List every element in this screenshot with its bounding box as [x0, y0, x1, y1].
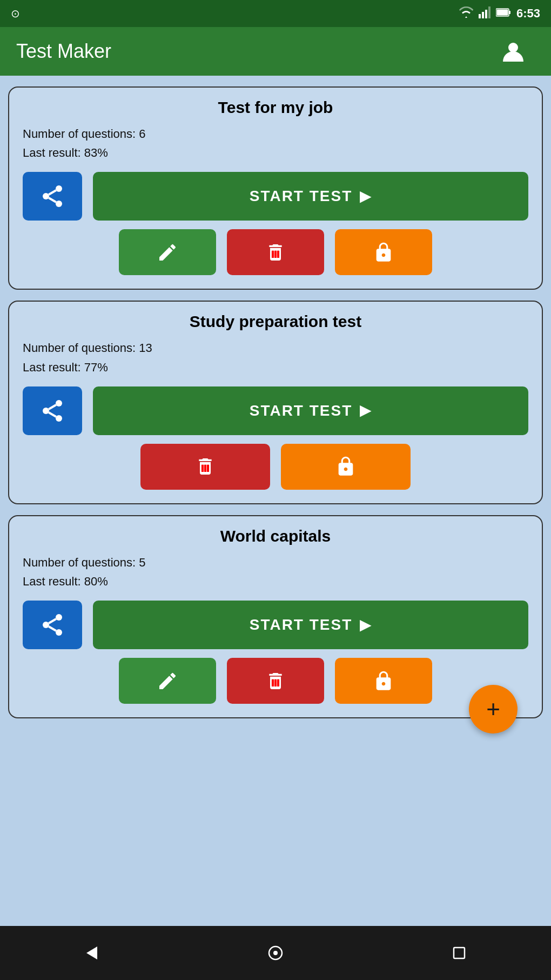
test-card-job-title: Test for my job	[23, 98, 528, 117]
share-button-job[interactable]	[23, 172, 82, 221]
svg-rect-3	[488, 6, 490, 18]
play-icon-job: ▶	[360, 188, 372, 205]
share-button-study[interactable]	[23, 386, 82, 435]
svg-point-16	[56, 400, 62, 406]
notification-icons: ⊙	[11, 7, 20, 20]
lock-button-job[interactable]	[335, 229, 432, 275]
lock-button-capitals[interactable]	[335, 658, 432, 704]
delete-button-study[interactable]	[140, 444, 270, 490]
lock-button-study[interactable]	[281, 444, 411, 490]
test-card-study-info: Number of questions: 13 Last result: 77%	[23, 338, 528, 376]
test-card-capitals-last-result: Last result: 80%	[23, 572, 528, 591]
status-bar: ⊙ 6:53	[0, 0, 551, 27]
test-card-study-last-result: Last result: 77%	[23, 358, 528, 377]
profile-button[interactable]	[492, 30, 535, 73]
svg-line-19	[49, 412, 56, 417]
svg-line-11	[49, 198, 56, 202]
svg-rect-0	[479, 14, 481, 18]
spinner-icon: ⊙	[11, 8, 20, 19]
edit-button-capitals[interactable]	[119, 658, 216, 704]
svg-point-10	[56, 201, 62, 207]
home-button[interactable]	[254, 931, 297, 975]
share-button-capitals[interactable]	[23, 601, 82, 649]
add-test-fab[interactable]: +	[469, 685, 518, 734]
recents-button[interactable]	[438, 931, 481, 975]
test-card-study-title: Study preparation test	[23, 312, 528, 331]
svg-point-25	[43, 622, 49, 628]
status-time: 6:53	[516, 6, 540, 21]
wifi-icon	[459, 6, 473, 21]
svg-line-20	[49, 405, 56, 409]
test-card-capitals: World capitals Number of questions: 5 La…	[8, 515, 543, 718]
test-card-capitals-title: World capitals	[23, 527, 528, 545]
delete-button-capitals[interactable]	[227, 658, 324, 704]
svg-line-28	[49, 619, 56, 623]
play-icon-capitals: ▶	[360, 617, 372, 634]
start-test-label-capitals: START TEST	[250, 616, 353, 634]
svg-line-27	[49, 626, 56, 631]
bottom-nav	[0, 926, 551, 980]
test-card-job-last-result: Last result: 83%	[23, 143, 528, 162]
signal-icon	[479, 6, 490, 21]
svg-rect-1	[482, 12, 484, 18]
svg-point-9	[43, 193, 49, 199]
start-test-label-study: START TEST	[250, 402, 353, 419]
svg-rect-2	[485, 10, 487, 18]
test-card-study: Study preparation test Number of questio…	[8, 301, 543, 504]
test-card-job: Test for my job Number of questions: 6 L…	[8, 86, 543, 290]
app-title: Test Maker	[16, 40, 111, 63]
svg-point-18	[56, 415, 62, 422]
test-card-capitals-info: Number of questions: 5 Last result: 80%	[23, 553, 528, 591]
svg-rect-5	[509, 11, 510, 14]
svg-rect-6	[496, 9, 508, 15]
battery-icon	[496, 8, 511, 20]
start-test-button-study[interactable]: START TEST ▶	[93, 386, 528, 435]
svg-point-24	[56, 614, 62, 621]
start-test-button-job[interactable]: START TEST ▶	[93, 172, 528, 221]
test-card-job-num-questions: Number of questions: 6	[23, 124, 528, 143]
svg-line-12	[49, 190, 56, 195]
svg-point-17	[43, 408, 49, 414]
test-card-capitals-num-questions: Number of questions: 5	[23, 553, 528, 572]
svg-point-34	[273, 951, 278, 955]
delete-button-job[interactable]	[227, 229, 324, 275]
svg-point-26	[56, 629, 62, 636]
svg-point-7	[508, 43, 518, 52]
main-content: Test for my job Number of questions: 6 L…	[0, 76, 551, 926]
test-card-job-info: Number of questions: 6 Last result: 83%	[23, 124, 528, 162]
play-icon-study: ▶	[360, 402, 372, 419]
svg-marker-32	[86, 946, 97, 959]
edit-button-job[interactable]	[119, 229, 216, 275]
app-bar: Test Maker	[0, 27, 551, 76]
start-test-label-job: START TEST	[250, 188, 353, 205]
test-card-study-num-questions: Number of questions: 13	[23, 338, 528, 357]
svg-point-8	[56, 185, 62, 192]
svg-rect-35	[454, 948, 465, 958]
back-button[interactable]	[70, 931, 113, 975]
start-test-button-capitals[interactable]: START TEST ▶	[93, 601, 528, 649]
